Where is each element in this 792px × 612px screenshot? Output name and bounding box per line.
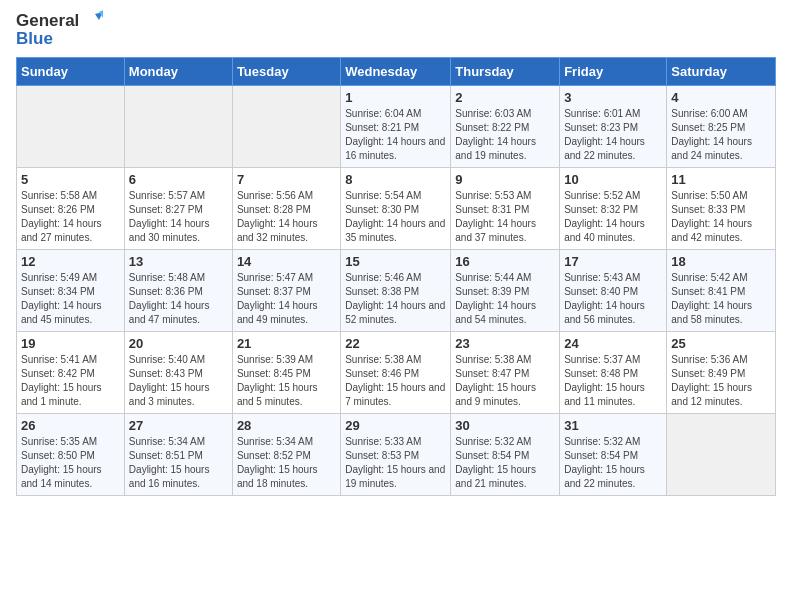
day-info: Sunrise: 5:36 AM Sunset: 8:49 PM Dayligh… [671, 353, 771, 409]
day-cell: 24Sunrise: 5:37 AM Sunset: 8:48 PM Dayli… [560, 331, 667, 413]
day-number: 25 [671, 336, 771, 351]
day-info: Sunrise: 5:32 AM Sunset: 8:54 PM Dayligh… [455, 435, 555, 491]
day-info: Sunrise: 5:49 AM Sunset: 8:34 PM Dayligh… [21, 271, 120, 327]
day-number: 20 [129, 336, 228, 351]
day-number: 8 [345, 172, 446, 187]
day-info: Sunrise: 5:47 AM Sunset: 8:37 PM Dayligh… [237, 271, 336, 327]
day-number: 18 [671, 254, 771, 269]
logo: General Blue [16, 10, 103, 49]
day-number: 15 [345, 254, 446, 269]
day-info: Sunrise: 5:38 AM Sunset: 8:46 PM Dayligh… [345, 353, 446, 409]
day-number: 10 [564, 172, 662, 187]
day-info: Sunrise: 5:57 AM Sunset: 8:27 PM Dayligh… [129, 189, 228, 245]
day-cell: 11Sunrise: 5:50 AM Sunset: 8:33 PM Dayli… [667, 167, 776, 249]
weekday-header-friday: Friday [560, 57, 667, 85]
day-number: 23 [455, 336, 555, 351]
day-number: 7 [237, 172, 336, 187]
day-cell: 17Sunrise: 5:43 AM Sunset: 8:40 PM Dayli… [560, 249, 667, 331]
weekday-header-tuesday: Tuesday [232, 57, 340, 85]
day-info: Sunrise: 5:39 AM Sunset: 8:45 PM Dayligh… [237, 353, 336, 409]
day-info: Sunrise: 5:52 AM Sunset: 8:32 PM Dayligh… [564, 189, 662, 245]
logo-bird-icon [81, 10, 103, 32]
day-number: 30 [455, 418, 555, 433]
day-cell: 30Sunrise: 5:32 AM Sunset: 8:54 PM Dayli… [451, 413, 560, 495]
day-cell [232, 85, 340, 167]
day-cell: 27Sunrise: 5:34 AM Sunset: 8:51 PM Dayli… [124, 413, 232, 495]
day-cell: 8Sunrise: 5:54 AM Sunset: 8:30 PM Daylig… [341, 167, 451, 249]
day-number: 28 [237, 418, 336, 433]
day-cell: 12Sunrise: 5:49 AM Sunset: 8:34 PM Dayli… [17, 249, 125, 331]
day-cell: 19Sunrise: 5:41 AM Sunset: 8:42 PM Dayli… [17, 331, 125, 413]
day-number: 2 [455, 90, 555, 105]
day-number: 26 [21, 418, 120, 433]
day-number: 12 [21, 254, 120, 269]
day-cell: 4Sunrise: 6:00 AM Sunset: 8:25 PM Daylig… [667, 85, 776, 167]
header: General Blue [16, 10, 776, 49]
weekday-header-wednesday: Wednesday [341, 57, 451, 85]
calendar: SundayMondayTuesdayWednesdayThursdayFrid… [16, 57, 776, 496]
day-cell: 20Sunrise: 5:40 AM Sunset: 8:43 PM Dayli… [124, 331, 232, 413]
day-info: Sunrise: 5:40 AM Sunset: 8:43 PM Dayligh… [129, 353, 228, 409]
day-number: 4 [671, 90, 771, 105]
week-row-3: 12Sunrise: 5:49 AM Sunset: 8:34 PM Dayli… [17, 249, 776, 331]
week-row-4: 19Sunrise: 5:41 AM Sunset: 8:42 PM Dayli… [17, 331, 776, 413]
day-number: 17 [564, 254, 662, 269]
day-cell: 21Sunrise: 5:39 AM Sunset: 8:45 PM Dayli… [232, 331, 340, 413]
day-number: 14 [237, 254, 336, 269]
day-cell: 28Sunrise: 5:34 AM Sunset: 8:52 PM Dayli… [232, 413, 340, 495]
logo-general-text: General [16, 12, 79, 31]
day-cell: 9Sunrise: 5:53 AM Sunset: 8:31 PM Daylig… [451, 167, 560, 249]
day-info: Sunrise: 6:01 AM Sunset: 8:23 PM Dayligh… [564, 107, 662, 163]
weekday-header-saturday: Saturday [667, 57, 776, 85]
day-number: 13 [129, 254, 228, 269]
day-number: 31 [564, 418, 662, 433]
weekday-header-monday: Monday [124, 57, 232, 85]
day-info: Sunrise: 5:42 AM Sunset: 8:41 PM Dayligh… [671, 271, 771, 327]
day-cell [124, 85, 232, 167]
day-cell: 18Sunrise: 5:42 AM Sunset: 8:41 PM Dayli… [667, 249, 776, 331]
week-row-2: 5Sunrise: 5:58 AM Sunset: 8:26 PM Daylig… [17, 167, 776, 249]
day-cell: 5Sunrise: 5:58 AM Sunset: 8:26 PM Daylig… [17, 167, 125, 249]
day-info: Sunrise: 5:46 AM Sunset: 8:38 PM Dayligh… [345, 271, 446, 327]
day-info: Sunrise: 6:04 AM Sunset: 8:21 PM Dayligh… [345, 107, 446, 163]
day-cell: 15Sunrise: 5:46 AM Sunset: 8:38 PM Dayli… [341, 249, 451, 331]
day-cell: 22Sunrise: 5:38 AM Sunset: 8:46 PM Dayli… [341, 331, 451, 413]
day-number: 21 [237, 336, 336, 351]
day-cell: 6Sunrise: 5:57 AM Sunset: 8:27 PM Daylig… [124, 167, 232, 249]
day-info: Sunrise: 5:34 AM Sunset: 8:52 PM Dayligh… [237, 435, 336, 491]
day-cell: 2Sunrise: 6:03 AM Sunset: 8:22 PM Daylig… [451, 85, 560, 167]
day-info: Sunrise: 5:48 AM Sunset: 8:36 PM Dayligh… [129, 271, 228, 327]
day-number: 19 [21, 336, 120, 351]
week-row-5: 26Sunrise: 5:35 AM Sunset: 8:50 PM Dayli… [17, 413, 776, 495]
day-info: Sunrise: 5:38 AM Sunset: 8:47 PM Dayligh… [455, 353, 555, 409]
day-info: Sunrise: 5:44 AM Sunset: 8:39 PM Dayligh… [455, 271, 555, 327]
day-info: Sunrise: 5:33 AM Sunset: 8:53 PM Dayligh… [345, 435, 446, 491]
day-cell: 25Sunrise: 5:36 AM Sunset: 8:49 PM Dayli… [667, 331, 776, 413]
day-number: 29 [345, 418, 446, 433]
day-cell: 31Sunrise: 5:32 AM Sunset: 8:54 PM Dayli… [560, 413, 667, 495]
day-number: 22 [345, 336, 446, 351]
day-cell: 1Sunrise: 6:04 AM Sunset: 8:21 PM Daylig… [341, 85, 451, 167]
day-info: Sunrise: 5:32 AM Sunset: 8:54 PM Dayligh… [564, 435, 662, 491]
day-cell: 13Sunrise: 5:48 AM Sunset: 8:36 PM Dayli… [124, 249, 232, 331]
day-cell: 14Sunrise: 5:47 AM Sunset: 8:37 PM Dayli… [232, 249, 340, 331]
weekday-header-sunday: Sunday [17, 57, 125, 85]
day-number: 1 [345, 90, 446, 105]
day-cell: 29Sunrise: 5:33 AM Sunset: 8:53 PM Dayli… [341, 413, 451, 495]
day-info: Sunrise: 5:37 AM Sunset: 8:48 PM Dayligh… [564, 353, 662, 409]
logo-blue-text: Blue [16, 30, 103, 49]
day-cell: 3Sunrise: 6:01 AM Sunset: 8:23 PM Daylig… [560, 85, 667, 167]
day-number: 6 [129, 172, 228, 187]
day-number: 9 [455, 172, 555, 187]
day-info: Sunrise: 5:43 AM Sunset: 8:40 PM Dayligh… [564, 271, 662, 327]
day-cell [667, 413, 776, 495]
day-info: Sunrise: 6:00 AM Sunset: 8:25 PM Dayligh… [671, 107, 771, 163]
day-number: 24 [564, 336, 662, 351]
day-number: 3 [564, 90, 662, 105]
day-info: Sunrise: 5:34 AM Sunset: 8:51 PM Dayligh… [129, 435, 228, 491]
weekday-header-row: SundayMondayTuesdayWednesdayThursdayFrid… [17, 57, 776, 85]
week-row-1: 1Sunrise: 6:04 AM Sunset: 8:21 PM Daylig… [17, 85, 776, 167]
day-info: Sunrise: 5:50 AM Sunset: 8:33 PM Dayligh… [671, 189, 771, 245]
day-info: Sunrise: 5:56 AM Sunset: 8:28 PM Dayligh… [237, 189, 336, 245]
day-info: Sunrise: 5:41 AM Sunset: 8:42 PM Dayligh… [21, 353, 120, 409]
